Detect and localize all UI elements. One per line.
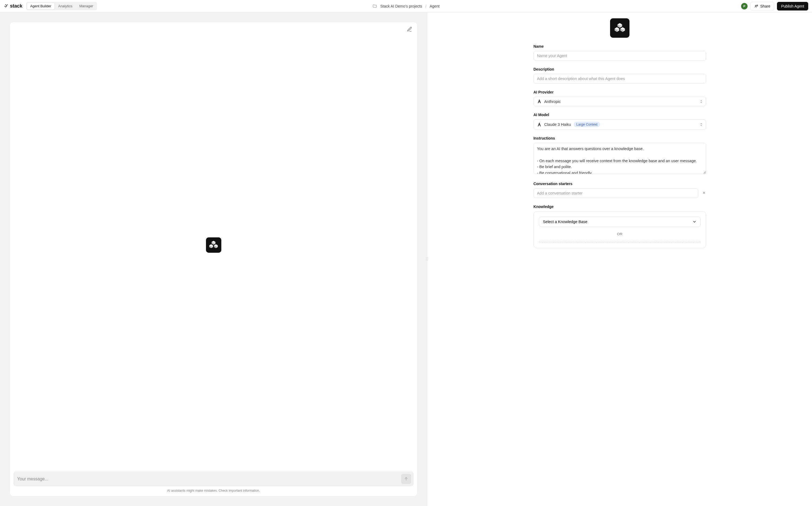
knowledge-card: Select a Knowledge Base OR <box>533 211 706 248</box>
provider-select[interactable]: Anthropic <box>533 97 706 106</box>
name-field-group: Name <box>533 44 706 61</box>
grip-icon <box>426 257 428 261</box>
panel-divider[interactable] <box>427 12 427 506</box>
arrow-up-icon <box>403 476 409 482</box>
breadcrumb-page[interactable]: Agent <box>430 4 440 8</box>
tab-manager[interactable]: Manager <box>76 3 96 9</box>
chevron-updown-icon <box>700 100 703 103</box>
breadcrumb: Stack AI Demo's projects / Agent <box>373 4 440 8</box>
remove-starter-button[interactable] <box>702 191 706 196</box>
chat-disclaimer: AI assistants might make mistakes. Check… <box>13 489 414 493</box>
knowledge-base-select[interactable]: Select a Knowledge Base <box>539 217 700 227</box>
avatar[interactable]: P <box>741 3 748 9</box>
brand-text: stack <box>10 3 22 9</box>
instructions-label: Instructions <box>533 136 706 140</box>
starters-field-group: Conversation starters <box>533 182 706 198</box>
breadcrumb-project[interactable]: Stack AI Demo's projects <box>380 4 422 8</box>
nav-tabs: Agent Builder Analytics Manager <box>26 2 97 10</box>
starter-input[interactable] <box>533 188 698 198</box>
name-label: Name <box>533 44 706 49</box>
close-icon <box>702 191 706 195</box>
chevron-down-icon <box>692 220 696 224</box>
model-value: Claude 3 Haiku <box>544 122 571 126</box>
description-input[interactable] <box>533 74 706 84</box>
knowledge-drop-zone[interactable] <box>539 241 700 243</box>
folder-icon <box>373 4 377 8</box>
model-select[interactable]: Claude 3 Haiku Large Context <box>533 119 706 130</box>
model-label: AI Model <box>533 113 706 117</box>
publish-label: Publish Agent <box>781 4 804 8</box>
app-header: stack Agent Builder Analytics Manager St… <box>0 0 812 12</box>
knowledge-or-divider: OR <box>539 232 700 236</box>
name-input[interactable] <box>533 51 706 61</box>
header-actions: P Share Publish Agent <box>741 2 808 10</box>
chevron-updown-icon <box>700 123 703 126</box>
share-icon <box>754 4 758 8</box>
main-content: AI assistants might make mistakes. Check… <box>0 12 812 506</box>
model-field-group: AI Model Claude 3 Haiku Large Context <box>533 113 706 130</box>
share-label: Share <box>760 4 770 8</box>
config-panel: Name Description AI Provider Anthropic <box>427 12 812 506</box>
svg-point-0 <box>755 5 756 6</box>
description-field-group: Description <box>533 67 706 84</box>
starter-row <box>533 188 706 198</box>
stack-cubes-icon <box>613 21 626 34</box>
chat-preview-panel: AI assistants might make mistakes. Check… <box>0 12 427 506</box>
knowledge-field-group: Knowledge Select a Knowledge Base OR <box>533 204 706 248</box>
tab-agent-builder[interactable]: Agent Builder <box>27 3 55 9</box>
chat-message-input[interactable] <box>17 477 399 482</box>
anthropic-icon <box>537 122 541 127</box>
breadcrumb-separator: / <box>425 4 427 8</box>
instructions-field-group: Instructions <box>533 136 706 175</box>
provider-field-group: AI Provider Anthropic <box>533 90 706 106</box>
provider-label: AI Provider <box>533 90 706 94</box>
chat-card: AI assistants might make mistakes. Check… <box>10 22 417 496</box>
chat-body <box>10 22 417 468</box>
edit-chat-button[interactable] <box>407 26 413 33</box>
agent-avatar-large <box>206 237 221 253</box>
kb-select-label: Select a Knowledge Base <box>543 220 587 224</box>
stack-cubes-icon <box>208 240 219 250</box>
tab-analytics[interactable]: Analytics <box>55 3 75 9</box>
publish-agent-button[interactable]: Publish Agent <box>777 2 808 10</box>
brand-logo[interactable]: stack <box>4 3 22 9</box>
anthropic-icon <box>537 99 541 104</box>
svg-point-1 <box>757 5 757 6</box>
model-badge: Large Context <box>574 122 600 127</box>
share-button[interactable]: Share <box>750 2 774 10</box>
chat-input-area: AI assistants might make mistakes. Check… <box>10 468 417 496</box>
chat-input-container <box>13 472 414 486</box>
provider-value: Anthropic <box>544 99 561 104</box>
brand-icon <box>4 4 8 8</box>
send-button[interactable] <box>401 474 411 484</box>
knowledge-label: Knowledge <box>533 204 706 209</box>
agent-logo[interactable] <box>610 18 630 38</box>
description-label: Description <box>533 67 706 71</box>
edit-icon <box>407 26 413 32</box>
starters-label: Conversation starters <box>533 182 706 186</box>
instructions-textarea[interactable] <box>533 143 706 174</box>
